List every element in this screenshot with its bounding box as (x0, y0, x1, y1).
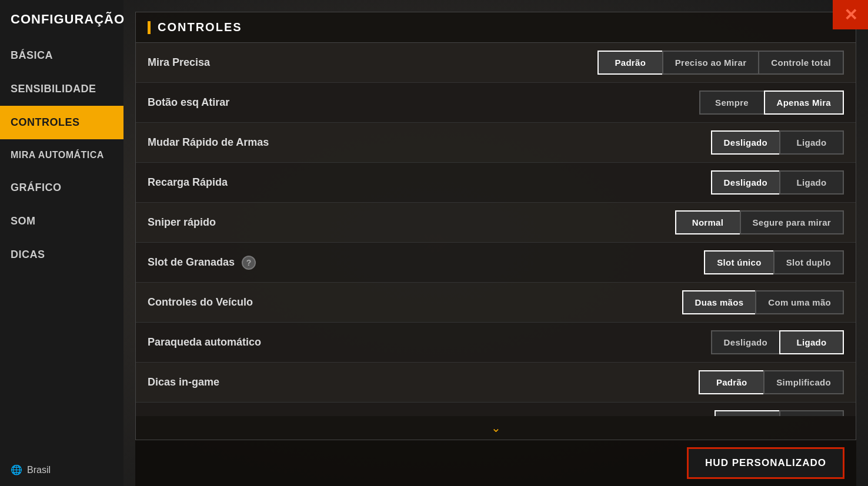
options-botao-atirar: Sempre Apenas Mira (699, 91, 844, 115)
option-slot-unico[interactable]: Slot único (704, 250, 773, 274)
panel-title: CONTROLES (158, 21, 242, 34)
sidebar-footer: 🌐 Brasil (0, 454, 123, 486)
option-controle-total[interactable]: Controle total (758, 51, 844, 75)
options-veiculo: Duas mãos Com uma mão (682, 290, 844, 314)
options-mira-precisa: Padrão Preciso ao Mirar Controle total (597, 51, 844, 75)
option-desligado-recarga[interactable]: Desligado (711, 170, 779, 195)
setting-label-mudar-armas: Mudar Rápido de Armas (148, 136, 711, 149)
setting-label-paraqueda: Paraqueda automático (148, 336, 711, 348)
sidebar-item-controles[interactable]: CONTROLES (0, 106, 123, 139)
options-dicas: Padrão Simplificado (699, 370, 844, 394)
sidebar-item-basica[interactable]: BÁSICA (0, 39, 123, 72)
option-novo[interactable]: Novo (779, 410, 844, 416)
setting-label-recarga: Recarga Rápida (148, 176, 711, 189)
options-indicador: Clássico Novo (715, 410, 844, 416)
options-mudar-armas: Desligado Ligado (711, 130, 844, 155)
app-title: CONFIGURAÇÃO (0, 6, 123, 39)
option-ligado-recarga[interactable]: Ligado (779, 170, 844, 195)
option-uma-mao[interactable]: Com uma mão (755, 290, 844, 314)
sidebar-item-sensibilidade[interactable]: SENSIBILIDADE (0, 72, 123, 106)
setting-row-indicador: Indicador de dano Clássico Novo (136, 403, 856, 416)
option-segure-mirar[interactable]: Segure para mirar (740, 210, 844, 234)
main-content: ✕ CONTROLES Mira Precisa Padrão Preciso … (123, 0, 868, 486)
sidebar-item-grafico[interactable]: GRÁFICO (0, 171, 123, 205)
option-normal[interactable]: Normal (675, 210, 740, 234)
option-classico[interactable]: Clássico (715, 410, 779, 416)
setting-row-veiculo: Controles do Veículo Duas mãos Com uma m… (136, 283, 856, 323)
setting-label-veiculo: Controles do Veículo (148, 296, 682, 309)
help-icon-granadas[interactable]: ? (242, 256, 256, 270)
option-padrao[interactable]: Padrão (597, 51, 662, 75)
close-icon: ✕ (844, 5, 857, 25)
option-apenas-mira[interactable]: Apenas Mira (764, 91, 844, 115)
setting-row-dicas: Dicas in-game Padrão Simplificado (136, 363, 856, 403)
option-preciso[interactable]: Preciso ao Mirar (662, 51, 759, 75)
setting-row-recarga: Recarga Rápida Desligado Ligado (136, 163, 856, 203)
options-sniper: Normal Segure para mirar (675, 210, 844, 234)
option-ligado-para[interactable]: Ligado (779, 330, 844, 354)
bottom-bar: HUD PERSONALIZADO (135, 440, 856, 486)
setting-label-botao-atirar: Botão esq Atirar (148, 96, 699, 109)
close-button[interactable]: ✕ (833, 0, 868, 29)
setting-label-dicas: Dicas in-game (148, 376, 699, 388)
option-padrao-dicas[interactable]: Padrão (699, 370, 763, 394)
chevron-down-icon: ⌄ (491, 421, 501, 435)
setting-row-granadas: Slot de Granadas ? Slot único Slot duplo (136, 243, 856, 283)
option-desligado-armas[interactable]: Desligado (711, 130, 779, 155)
sidebar: CONFIGURAÇÃO BÁSICA SENSIBILIDADE CONTRO… (0, 0, 123, 486)
setting-label-granadas: Slot de Granadas ? (148, 256, 704, 270)
hud-personalizado-button[interactable]: HUD PERSONALIZADO (687, 447, 844, 479)
scroll-indicator: ⌄ (136, 416, 856, 440)
options-recarga: Desligado Ligado (711, 170, 844, 195)
panel-header-bar (148, 21, 151, 34)
setting-row-mudar-armas: Mudar Rápido de Armas Desligado Ligado (136, 123, 856, 163)
setting-row-botao-atirar: Botão esq Atirar Sempre Apenas Mira (136, 83, 856, 123)
settings-list: Mira Precisa Padrão Preciso ao Mirar Con… (136, 43, 856, 416)
option-ligado-armas[interactable]: Ligado (779, 130, 844, 155)
setting-label-sniper: Sniper rápido (148, 216, 675, 229)
option-duas-maos[interactable]: Duas mãos (682, 290, 756, 314)
settings-panel: CONTROLES Mira Precisa Padrão Preciso ao… (135, 12, 856, 440)
sidebar-item-dicas[interactable]: DICAS (0, 238, 123, 272)
setting-row-paraqueda: Paraqueda automático Desligado Ligado (136, 323, 856, 363)
panel-header: CONTROLES (136, 12, 856, 43)
setting-label-mira-precisa: Mira Precisa (148, 56, 597, 69)
option-slot-duplo[interactable]: Slot duplo (773, 250, 844, 274)
sidebar-item-mira-automatica[interactable]: MIRA AUTOMÁTICA (0, 139, 123, 171)
options-granadas: Slot único Slot duplo (704, 250, 844, 274)
region-label: Brasil (27, 465, 51, 475)
sidebar-item-som[interactable]: SOM (0, 205, 123, 238)
option-simplificado[interactable]: Simplificado (763, 370, 844, 394)
globe-icon: 🌐 (11, 464, 22, 475)
setting-row-sniper: Sniper rápido Normal Segure para mirar (136, 203, 856, 243)
option-sempre[interactable]: Sempre (699, 91, 764, 115)
options-paraqueda: Desligado Ligado (711, 330, 844, 354)
setting-row-mira-precisa: Mira Precisa Padrão Preciso ao Mirar Con… (136, 43, 856, 83)
option-desligado-para[interactable]: Desligado (711, 330, 779, 354)
